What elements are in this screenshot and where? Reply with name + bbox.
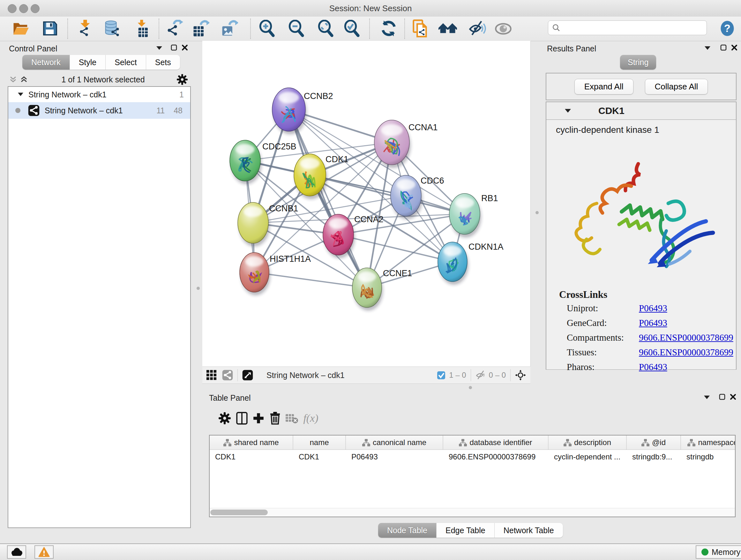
zoom-selected-icon[interactable] <box>343 19 361 38</box>
import-network-database-icon[interactable] <box>103 19 121 38</box>
table-cell[interactable]: cyclin-dependent ... <box>549 450 627 464</box>
export-image-icon[interactable] <box>220 19 239 38</box>
table-panel-menu-icon[interactable] <box>701 393 712 402</box>
tab-string[interactable]: String <box>620 55 656 70</box>
collapse-all-networks-icon[interactable] <box>8 75 18 84</box>
table-panel-float-icon[interactable] <box>717 392 728 401</box>
results-panel-close-icon[interactable] <box>729 43 740 52</box>
tab-select[interactable]: Select <box>106 55 146 70</box>
control-panel-float-icon[interactable] <box>169 43 179 52</box>
right-splitter-handle[interactable] <box>536 211 539 214</box>
zoom-fit-icon[interactable] <box>317 19 335 38</box>
crosslink-link[interactable]: P06493 <box>639 318 667 328</box>
delete-column-trash-icon[interactable] <box>267 410 283 427</box>
zoom-in-icon[interactable] <box>258 19 276 38</box>
network-collection-row[interactable]: String Network – cdk1 1 <box>8 87 190 102</box>
table-cell[interactable]: stringdb <box>681 450 736 464</box>
network-node-HIST1H1A[interactable] <box>240 253 270 295</box>
export-table-icon[interactable] <box>192 19 210 38</box>
tab-node-table[interactable]: Node Table <box>378 523 436 538</box>
search-input[interactable] <box>563 23 698 33</box>
tab-network[interactable]: Network <box>22 55 70 70</box>
tab-network-table[interactable]: Network Table <box>495 523 563 538</box>
show-columns-icon[interactable] <box>233 410 250 427</box>
table-horizontal-scrollbar[interactable] <box>210 508 735 516</box>
fit-selected-crosshair-icon[interactable] <box>515 370 526 380</box>
search-box[interactable] <box>548 20 707 35</box>
hidden-eye-icon[interactable] <box>475 370 486 380</box>
crosslink-link[interactable]: P06493 <box>639 362 667 372</box>
collapse-all-button[interactable]: Collapse All <box>645 79 708 95</box>
network-row[interactable]: String Network – cdk1 11 48 <box>8 102 190 119</box>
table-cell[interactable]: stringdb:9... <box>627 450 681 464</box>
crosslink-link[interactable]: 9606.ENSP00000378699 <box>639 347 733 357</box>
tab-sets[interactable]: Sets <box>146 55 180 70</box>
column-header--id[interactable]: @id <box>627 435 681 449</box>
help-button[interactable]: ? <box>719 19 736 38</box>
network-node-CCNB1[interactable] <box>238 202 270 246</box>
crosslink-link[interactable]: P06493 <box>639 303 667 313</box>
function-builder-icon[interactable]: f(x) <box>299 410 322 427</box>
column-header-canonical-name[interactable]: canonical name <box>346 435 443 449</box>
warnings-button[interactable] <box>35 545 54 559</box>
network-options-gear-icon[interactable] <box>177 75 188 84</box>
selected-checkbox-icon[interactable] <box>435 370 447 380</box>
network-node-CCNA1[interactable] <box>374 120 411 168</box>
bottom-splitter-handle[interactable] <box>469 386 472 389</box>
duplicate-network-icon[interactable] <box>412 19 430 38</box>
import-table-icon[interactable] <box>133 19 151 38</box>
network-share-view-icon[interactable] <box>222 370 233 380</box>
save-session-icon[interactable] <box>41 19 59 38</box>
birdseye-view-icon[interactable] <box>242 370 253 380</box>
results-panel-float-icon[interactable] <box>718 43 729 52</box>
network-node-CDK1[interactable] <box>294 154 327 199</box>
table-settings-gear-icon[interactable] <box>216 410 233 427</box>
expand-all-networks-icon[interactable] <box>18 75 29 84</box>
column-header-shared-name[interactable]: shared name <box>210 435 293 449</box>
control-panel-close-icon[interactable] <box>179 43 190 52</box>
hide-unhide-icon[interactable] <box>468 19 486 38</box>
open-session-icon[interactable] <box>11 19 30 38</box>
zoom-out-icon[interactable] <box>287 19 306 38</box>
results-entry-header[interactable]: CDK1 <box>546 102 736 120</box>
show-hide-eye-icon[interactable] <box>494 19 513 38</box>
crosslink-link[interactable]: 9606.ENSP00000378699 <box>639 332 733 343</box>
entry-collapse-icon[interactable] <box>565 109 571 113</box>
network-edge[interactable] <box>338 235 453 262</box>
column-header-description[interactable]: description <box>549 435 627 449</box>
left-splitter-handle[interactable] <box>197 287 200 290</box>
export-network-icon[interactable] <box>165 19 184 38</box>
network-node-CCNE1[interactable] <box>352 268 383 311</box>
table-panel-close-icon[interactable] <box>728 392 738 401</box>
table-cell[interactable]: CDK1 <box>210 450 293 464</box>
table-row[interactable]: CDK1CDK1P064939606.ENSP00000378699cyclin… <box>210 450 735 464</box>
network-node-CDKN1A[interactable] <box>438 242 468 285</box>
scrollbar-thumb[interactable] <box>210 509 268 515</box>
column-header-database-identifier[interactable]: database identifier <box>443 435 549 449</box>
network-node-CCNA2[interactable] <box>323 214 355 258</box>
string-home-icon[interactable] <box>439 19 457 38</box>
network-node-CCNB2[interactable] <box>272 88 307 134</box>
table-cell[interactable]: 9606.ENSP00000378699 <box>443 450 549 464</box>
grid-view-icon[interactable] <box>206 370 217 380</box>
network-canvas[interactable]: CCNB2CCNA1CDC25BCDK1CDC6RB1CCNB1CCNA2CDK… <box>202 41 531 367</box>
network-node-CDC6[interactable] <box>391 175 422 219</box>
memory-button[interactable]: Memory <box>696 545 741 559</box>
tab-style[interactable]: Style <box>70 55 106 70</box>
add-column-icon[interactable] <box>250 410 267 427</box>
cloud-status-button[interactable] <box>7 545 26 559</box>
table-cell[interactable]: P06493 <box>346 450 443 464</box>
network-node-RB1[interactable] <box>449 193 481 238</box>
table-cell[interactable]: CDK1 <box>293 450 346 464</box>
delete-table-icon[interactable] <box>283 410 300 427</box>
network-edge[interactable] <box>254 272 367 288</box>
import-network-icon[interactable] <box>76 19 95 38</box>
column-header-namespace[interactable]: namespace <box>681 435 736 449</box>
refresh-view-icon[interactable] <box>380 19 398 38</box>
control-panel-menu-icon[interactable] <box>154 44 165 53</box>
column-header-name[interactable]: name <box>293 435 346 449</box>
expand-all-button[interactable]: Expand All <box>575 79 633 95</box>
collection-expand-icon[interactable] <box>18 92 23 97</box>
results-panel-menu-icon[interactable] <box>702 44 713 53</box>
tab-edge-table[interactable]: Edge Table <box>436 523 495 538</box>
